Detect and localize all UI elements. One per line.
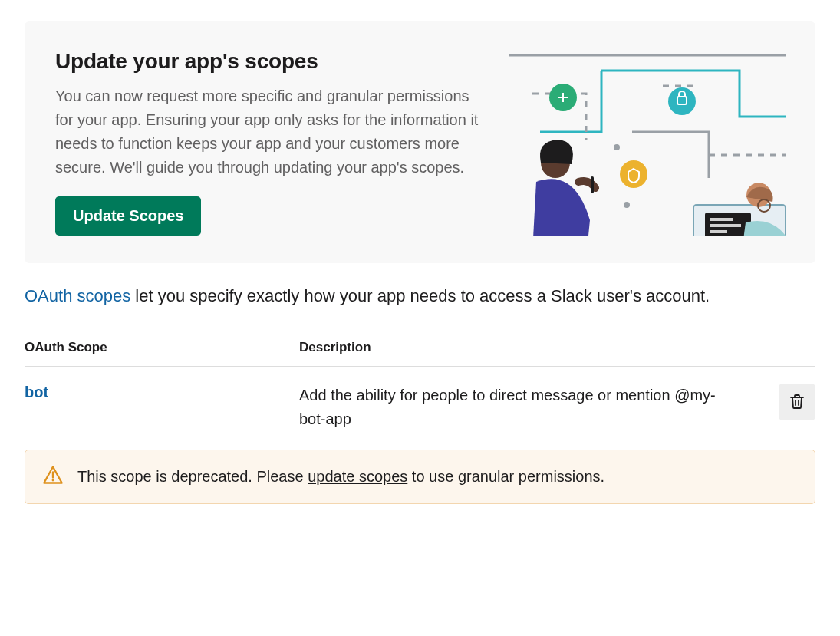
svg-rect-14 [591,176,594,193]
delete-scope-button[interactable] [779,384,815,420]
deprecation-text: This scope is deprecated. Please update … [77,468,604,486]
scopes-table-header: OAuth Scope Description [25,340,815,367]
col-header-description: Description [299,340,760,355]
table-row: bot Add the ability for people to direct… [25,367,815,448]
svg-point-17 [52,479,54,482]
update-scopes-banner: Update your app's scopes You can now req… [25,21,815,263]
svg-rect-8 [710,218,733,221]
svg-rect-10 [710,230,727,233]
illustration-svg [509,49,786,236]
banner-body: You can now request more specific and gr… [55,84,485,180]
banner-title: Update your app's scopes [55,49,485,74]
oauth-scopes-link[interactable]: OAuth scopes [25,286,130,305]
banner-illustration [509,49,786,236]
deprecation-link[interactable]: update scopes [308,468,407,485]
trash-icon [788,392,806,413]
col-header-scope: OAuth Scope [25,340,293,355]
scope-description: Add the ability for people to direct mes… [299,384,760,431]
intro-rest: let you specify exactly how your app nee… [130,286,710,305]
deprecation-post: to use granular permissions. [407,468,604,485]
intro-paragraph: OAuth scopes let you specify exactly how… [25,283,815,309]
svg-point-2 [620,160,647,188]
svg-point-5 [614,144,620,150]
banner-copy: Update your app's scopes You can now req… [55,49,485,236]
scope-name-link[interactable]: bot [25,384,293,401]
scopes-table: OAuth Scope Description bot Add the abil… [25,340,815,504]
deprecation-pre: This scope is deprecated. Please [77,468,308,485]
deprecation-notice: This scope is deprecated. Please update … [25,450,815,504]
warning-icon [42,464,64,489]
update-scopes-button[interactable]: Update Scopes [55,196,201,236]
svg-point-4 [624,202,630,208]
svg-rect-9 [710,224,741,227]
